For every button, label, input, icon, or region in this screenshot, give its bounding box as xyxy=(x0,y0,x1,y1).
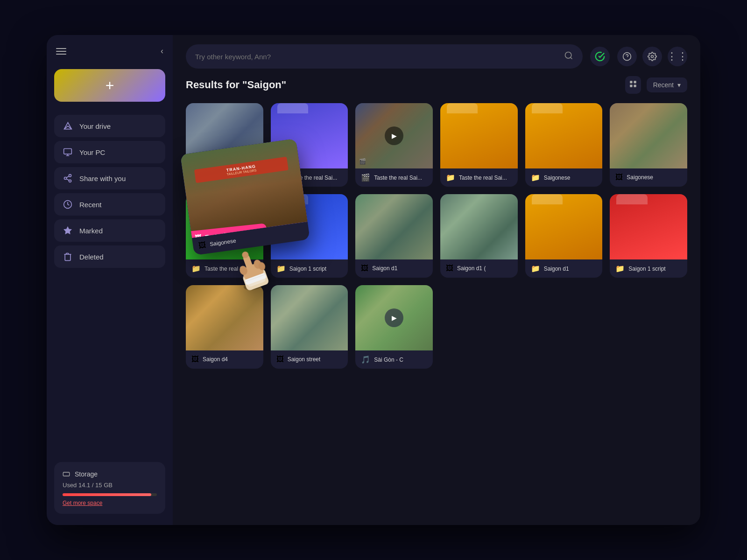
search-bar[interactable] xyxy=(186,44,583,69)
sidebar-item-marked-label: Marked xyxy=(79,227,103,235)
file-card-f15[interactable]: ▶ 🎵 Sài Gòn - C xyxy=(355,285,433,369)
file-info-f4: 📁 Taste the real Sai... xyxy=(440,168,518,187)
file-card-f11[interactable]: 📁 Saigon d1 xyxy=(525,194,603,278)
svg-point-16 xyxy=(651,56,654,58)
deleted-icon xyxy=(63,252,73,262)
svg-rect-10 xyxy=(63,472,69,476)
storage-used: Used 14.1 / 15 GB xyxy=(63,482,157,489)
storage-title: Storage xyxy=(63,470,157,478)
search-icon xyxy=(564,51,573,63)
sidebar-item-deleted-label: Deleted xyxy=(79,253,104,261)
file-name-f3: Taste the real Sai... xyxy=(374,175,422,181)
marked-icon xyxy=(63,225,73,236)
svg-line-6 xyxy=(66,179,69,180)
file-name-f15: Sài Gòn - C xyxy=(374,357,403,363)
file-icon-f6: 🖼 xyxy=(615,173,623,182)
sidebar-item-share[interactable]: Share with you xyxy=(54,167,165,189)
svg-rect-20 xyxy=(634,85,636,87)
svg-point-3 xyxy=(69,175,71,177)
more-button[interactable]: ⋮⋮ xyxy=(668,47,687,66)
file-thumb-f11 xyxy=(525,194,603,259)
file-card-f12[interactable]: 📁 Saigon 1 script xyxy=(610,194,687,278)
view-controls: Recent ▾ xyxy=(625,76,687,94)
file-card-f9[interactable]: 🖼 Saigon d1 xyxy=(355,194,433,278)
file-name-f8: Saigon 1 script xyxy=(289,266,326,272)
sidebar: ‹ + Your drive Your PC xyxy=(47,35,173,525)
sidebar-item-recent[interactable]: Recent xyxy=(54,193,165,216)
search-input[interactable] xyxy=(195,53,558,61)
sidebar-item-marked[interactable]: Marked xyxy=(54,219,165,242)
file-icon-f10: 🖼 xyxy=(446,264,453,273)
file-icon-f9: 🖼 xyxy=(361,264,368,273)
file-name-f14: Saigon street xyxy=(288,356,321,363)
results-title: Results for "Saigon" xyxy=(186,79,286,91)
file-card-f14[interactable]: 🖼 Saigon street xyxy=(271,285,348,369)
file-info-f3: 🎬 Taste the real Sai... xyxy=(355,168,433,187)
dragged-card-icon: 🖼 xyxy=(198,241,206,250)
file-icon-f4: 📁 xyxy=(446,173,455,182)
file-icon-f5: 📁 xyxy=(531,173,540,182)
file-name-f4: Taste the real Sai... xyxy=(459,175,507,181)
sidebar-item-recent-label: Recent xyxy=(79,201,102,209)
storage-label: Storage xyxy=(75,470,98,478)
drive-icon xyxy=(63,121,73,131)
file-info-f5: 📁 Saigonese xyxy=(525,168,603,187)
recent-icon xyxy=(63,199,73,210)
collapse-icon[interactable]: ‹ xyxy=(161,46,163,56)
svg-rect-18 xyxy=(634,81,636,83)
play-button-f15: ▶ xyxy=(385,308,403,327)
header-right: ⋮⋮ xyxy=(617,47,687,66)
file-thumb-f10 xyxy=(440,194,518,259)
file-name-f12: Saigon 1 script xyxy=(628,266,665,272)
settings-button[interactable] xyxy=(642,47,662,66)
sidebar-item-pc[interactable]: Your PC xyxy=(54,141,165,163)
file-icon-f15: 🎵 xyxy=(361,355,370,364)
file-name-f11: Saigon d1 xyxy=(544,266,569,272)
file-icon-f14: 🖼 xyxy=(276,355,284,364)
file-info-f12: 📁 Saigon 1 script xyxy=(610,259,687,278)
svg-point-12 xyxy=(565,52,571,58)
file-thumb-f6 xyxy=(610,103,687,168)
dragged-card-thumb: TRAN-HANG TAILLEUR TAILORS 🖼 Taste the r… xyxy=(180,139,308,238)
file-icon-f13: 🖼 xyxy=(191,355,199,364)
file-thumb-f9 xyxy=(355,194,433,259)
svg-point-5 xyxy=(69,180,71,182)
svg-rect-17 xyxy=(630,81,632,83)
file-card-f4[interactable]: 📁 Taste the real Sai... xyxy=(440,103,518,187)
file-card-f3[interactable]: ▶ 🎬 🎬 Taste the real Sai... xyxy=(355,103,433,187)
sidebar-item-drive[interactable]: Your drive xyxy=(54,115,165,137)
hamburger-icon[interactable] xyxy=(56,48,66,55)
get-more-space-link[interactable]: Get more space xyxy=(63,500,157,506)
sidebar-item-deleted[interactable]: Deleted xyxy=(54,245,165,268)
header: ⋮⋮ xyxy=(173,35,700,76)
file-name-f5: Saigonese xyxy=(544,175,571,181)
file-card-f5[interactable]: 📁 Saigonese xyxy=(525,103,603,187)
file-thumb-f4 xyxy=(440,103,518,168)
file-icon-f3: 🎬 xyxy=(361,173,370,182)
sort-dropdown[interactable]: Recent ▾ xyxy=(647,77,687,92)
file-card-f6[interactable]: 🖼 Saigonese xyxy=(610,103,687,187)
file-thumb-f14 xyxy=(271,285,348,350)
sidebar-item-pc-label: Your PC xyxy=(79,148,105,156)
file-icon-f11: 📁 xyxy=(531,264,540,273)
file-card-f10[interactable]: 🖼 Saigon d1 ( xyxy=(440,194,518,278)
svg-line-7 xyxy=(66,176,69,177)
svg-rect-19 xyxy=(630,85,632,87)
sort-label: Recent xyxy=(653,81,674,89)
grid-view-button[interactable] xyxy=(625,76,641,94)
new-button[interactable]: + xyxy=(54,69,165,102)
file-info-f14: 🖼 Saigon street xyxy=(271,350,348,368)
svg-point-4 xyxy=(64,177,67,180)
help-button[interactable] xyxy=(617,47,637,66)
notification-check[interactable] xyxy=(590,47,610,66)
main-content: ⋮⋮ Results for "Saigon" xyxy=(173,35,700,525)
dragged-card[interactable]: TRAN-HANG TAILLEUR TAILORS 🖼 Taste the r… xyxy=(180,139,310,256)
file-name-f13: Saigon d4 xyxy=(203,356,228,363)
file-info-f13: 🖼 Saigon d4 xyxy=(186,350,263,368)
file-thumb-f5 xyxy=(525,103,603,168)
svg-line-13 xyxy=(571,57,572,59)
file-info-f15: 🎵 Sài Gòn - C xyxy=(355,350,433,369)
file-info-f8: 📁 Saigon 1 script xyxy=(271,259,348,278)
file-name-f6: Saigonese xyxy=(627,174,653,181)
file-thumb-f15: ▶ xyxy=(355,285,433,350)
